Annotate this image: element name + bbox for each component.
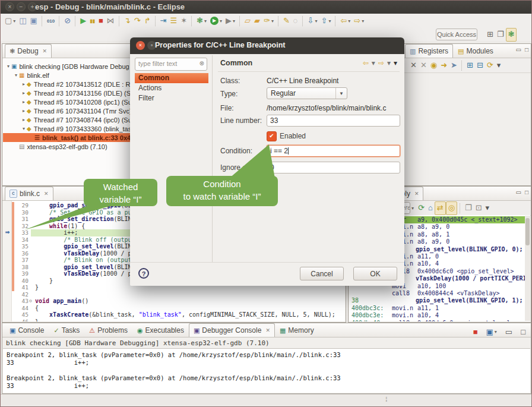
expand-all-button[interactable]: ⊞: [465, 59, 475, 72]
remove-register-button[interactable]: ✕: [408, 59, 419, 72]
fold-toggle-icon[interactable]: ⊖: [29, 298, 32, 305]
terminate-button[interactable]: ■: [97, 15, 105, 27]
step-over-button[interactable]: ↷: [132, 15, 142, 27]
import-project-button[interactable]: ▰: [252, 15, 262, 27]
type-dropdown[interactable]: Regular ▼: [267, 87, 347, 99]
window-minimize-button[interactable]: −: [17, 2, 26, 11]
chevron-down-icon[interactable]: ▾: [495, 329, 497, 335]
save-all-button[interactable]: ▣: [28, 15, 39, 27]
tab-blink-c[interactable]: c blink.c ✕: [5, 187, 53, 200]
close-icon[interactable]: ✕: [265, 327, 270, 333]
new-snippet-button[interactable]: ✑▾: [262, 15, 276, 27]
external-tools-button[interactable]: ▶▾: [224, 15, 237, 27]
chevron-down-icon[interactable]: ▾: [233, 18, 235, 24]
dialog-nav-actions[interactable]: Actions: [135, 83, 208, 93]
dialog-nav-common[interactable]: Common: [135, 73, 208, 83]
chevron-down-icon[interactable]: ▾: [348, 18, 350, 24]
tab-executables[interactable]: ◉Executables: [132, 323, 189, 337]
location-dropdown-icon[interactable]: ▾: [411, 206, 414, 211]
console-output[interactable]: Breakpoint 2, blink_task (pvParameter=0x…: [3, 348, 530, 393]
maximize-view-icon[interactable]: □: [525, 46, 528, 53]
terminate-console-button[interactable]: ■: [471, 326, 480, 338]
pin-view-button[interactable]: ⊡: [474, 202, 484, 214]
chevron-down-icon[interactable]: ▾: [220, 18, 222, 24]
line-number-input[interactable]: 33: [267, 115, 400, 127]
tab-problems[interactable]: ⚠Problems: [84, 323, 132, 337]
chevron-down-icon[interactable]: ▾: [328, 18, 331, 24]
expand-toggle-icon[interactable]: ▸: [21, 81, 27, 87]
instruction-stepping-button[interactable]: ⇥: [159, 15, 169, 27]
debug-button[interactable]: ❃▾: [195, 15, 208, 27]
track-expression-button[interactable]: ◎: [446, 201, 457, 215]
new-button[interactable]: ▢▾: [3, 15, 17, 27]
ok-button[interactable]: OK: [353, 267, 397, 280]
dialog-close-button[interactable]: ×: [136, 41, 145, 50]
home-button[interactable]: ⌂: [426, 202, 435, 214]
chevron-down-icon[interactable]: ▾: [271, 18, 274, 24]
minimize-view-button[interactable]: ▭: [504, 326, 514, 338]
maximize-view-button[interactable]: □: [519, 326, 527, 338]
show-register-type-button[interactable]: ◉: [429, 59, 439, 72]
expand-toggle-icon[interactable]: ▾: [21, 126, 27, 131]
close-icon[interactable]: ✕: [414, 191, 419, 197]
maximize-view-icon[interactable]: □: [525, 189, 528, 195]
search-button[interactable]: ✎: [281, 15, 292, 27]
collapse-all-button[interactable]: ⊟: [475, 59, 485, 72]
chevron-down-icon[interactable]: ▾: [13, 18, 15, 24]
remove-all-registers-button[interactable]: ✕: [419, 59, 429, 72]
pin-editor-button[interactable]: ⇧▾: [319, 15, 332, 27]
help-button[interactable]: ?: [138, 268, 149, 279]
binary-file-button[interactable]: 010: [45, 15, 56, 27]
close-icon[interactable]: ✕: [44, 191, 49, 197]
window-close-button[interactable]: ×: [5, 2, 14, 11]
pointer-mode-button[interactable]: ➤: [449, 59, 459, 72]
chevron-down-icon[interactable]: ▾: [315, 18, 317, 24]
resume-button[interactable]: ▶: [78, 15, 88, 27]
minimize-view-icon[interactable]: ▭: [516, 46, 521, 53]
view-menu-button[interactable]: ▾: [495, 59, 503, 72]
view-menu-icon[interactable]: ▾: [394, 59, 397, 67]
disconnect-button[interactable]: ⋈: [105, 15, 116, 27]
tab-memory[interactable]: ▦Memory: [275, 323, 319, 337]
nav-back-icon[interactable]: ⇦: [363, 59, 369, 67]
expand-toggle-icon[interactable]: ▸: [21, 108, 27, 113]
open-new-view-button[interactable]: ❐: [463, 202, 474, 214]
toggle-mark-occurrences-button[interactable]: ◌: [292, 15, 300, 27]
clear-filter-icon[interactable]: ⊗: [200, 60, 204, 67]
save-button[interactable]: ◫: [17, 15, 28, 27]
statusbar-grip[interactable]: ⁞⁞: [385, 396, 387, 403]
open-perspective-button[interactable]: ⊞: [485, 29, 495, 41]
tab-modules[interactable]: ▤ Modules: [453, 44, 498, 58]
cpp-perspective-button[interactable]: ❐: [495, 29, 506, 41]
expand-toggle-icon[interactable]: ▸: [21, 117, 27, 122]
refresh-registers-button[interactable]: ⟳: [485, 59, 495, 72]
last-edit-location-button[interactable]: ⇩▾: [306, 15, 319, 27]
ignore-count-input[interactable]: 0: [267, 162, 400, 173]
chevron-down-icon[interactable]: ▾: [204, 18, 207, 24]
minimize-view-icon[interactable]: ▭: [516, 189, 521, 195]
dialog-nav-filter[interactable]: Filter: [135, 93, 208, 103]
forward-button[interactable]: ⇨▾: [352, 15, 366, 27]
tab-console[interactable]: ▣Console: [5, 323, 49, 337]
expand-toggle-icon[interactable]: ▾: [13, 72, 19, 78]
enabled-checkbox[interactable]: ✔: [267, 131, 277, 141]
trace-control-button[interactable]: ✶: [179, 15, 189, 27]
dialog-filter-input[interactable]: type filter text ⊗: [135, 58, 207, 71]
display-selected-console-button[interactable]: ▣▾: [484, 326, 499, 338]
chevron-down-icon[interactable]: ▾: [362, 18, 364, 24]
close-icon[interactable]: ✕: [43, 48, 48, 54]
tab-debug[interactable]: ❃ Debug ✕: [5, 44, 52, 58]
step-into-button[interactable]: ↴: [122, 15, 132, 27]
debug-console-button[interactable]: ☰: [168, 15, 179, 27]
sync-active-context-button[interactable]: ⇄: [435, 201, 446, 215]
step-return-button[interactable]: ↱: [142, 15, 153, 27]
open-project-button[interactable]: ▱: [243, 15, 252, 27]
run-button[interactable]: ▶▾: [208, 15, 224, 27]
back-button[interactable]: ⇦▾: [338, 15, 352, 27]
disassembly-scrollbar[interactable]: [525, 216, 530, 321]
expand-toggle-icon[interactable]: ▸: [21, 99, 27, 105]
skip-all-breakpoints-button[interactable]: ⊘: [62, 15, 72, 27]
add-register-group-button[interactable]: ➜: [439, 59, 449, 72]
condition-input[interactable]: i == 2: [267, 145, 400, 157]
debug-perspective-button[interactable]: ❃: [506, 28, 517, 42]
